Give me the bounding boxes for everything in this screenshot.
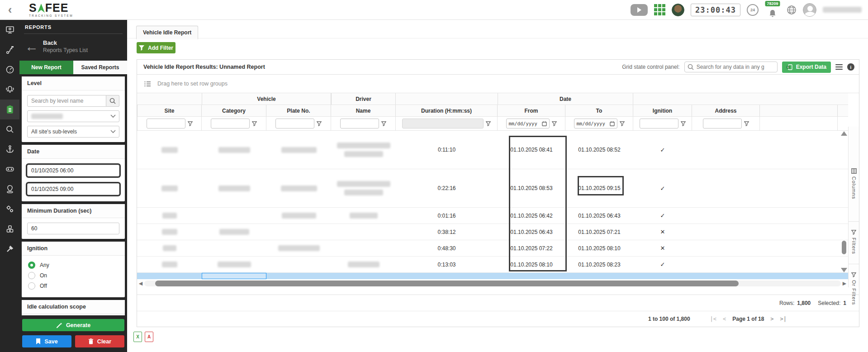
filter-date-from[interactable]: mm/dd/yyyy bbox=[506, 119, 550, 128]
cell-to: 01.10.2025 08:10 bbox=[565, 240, 633, 256]
export-pdf-icon[interactable]: A bbox=[145, 332, 153, 342]
column-header-to[interactable]: To bbox=[565, 105, 633, 116]
vertical-scrollbar[interactable] bbox=[841, 131, 847, 274]
column-header-category[interactable]: Category bbox=[202, 105, 266, 116]
notifications-bell[interactable]: 78209 bbox=[765, 2, 780, 18]
filter-input-category[interactable] bbox=[211, 119, 250, 128]
column-filter-icon[interactable] bbox=[317, 121, 322, 126]
anchor-icon bbox=[5, 145, 14, 154]
clear-button[interactable]: Clear bbox=[75, 335, 124, 347]
rail-item-reports[interactable] bbox=[0, 100, 19, 119]
hscroll-thumb[interactable] bbox=[155, 281, 739, 286]
ignition-off-cross-icon: ✕ bbox=[633, 224, 692, 240]
column-header-plate-no[interactable]: Plate No. bbox=[266, 105, 331, 116]
last-page-button[interactable]: >| bbox=[780, 316, 787, 322]
rail-item-anchor[interactable] bbox=[0, 139, 19, 159]
column-filter-icon[interactable] bbox=[381, 121, 386, 126]
sublevel-dropdown[interactable]: All site's sub-levels bbox=[27, 126, 119, 138]
rail-item-maintenance[interactable] bbox=[0, 239, 19, 259]
rail-item-dashboard[interactable] bbox=[0, 60, 19, 80]
table-row[interactable]: 0:48:3001.10.2025 07:2201.10.2025 08:10✕ bbox=[137, 240, 848, 257]
filter-input-name[interactable] bbox=[340, 119, 379, 128]
rail-item-search[interactable] bbox=[0, 119, 19, 139]
level-search-input[interactable] bbox=[27, 95, 106, 107]
filter-input-site[interactable] bbox=[147, 119, 185, 128]
rail-item-locations[interactable] bbox=[0, 179, 19, 199]
tab-vehicle-idle-report[interactable]: Vehicle Idle Report bbox=[136, 26, 198, 39]
column-header-from[interactable]: From bbox=[498, 105, 565, 116]
next-page-button[interactable]: > bbox=[770, 316, 773, 322]
scroll-up-arrow[interactable] bbox=[841, 131, 847, 136]
export-excel-icon[interactable]: X bbox=[133, 332, 142, 342]
profile-photo-avatar[interactable] bbox=[672, 4, 684, 16]
side-tab-or-filters[interactable]: Or Filters bbox=[849, 270, 859, 313]
column-header-site[interactable]: Site bbox=[137, 105, 202, 116]
column-filter-icon[interactable] bbox=[744, 121, 749, 126]
date-to-input[interactable] bbox=[27, 183, 119, 195]
rail-item-driving-behavior[interactable] bbox=[0, 159, 19, 179]
vscroll-thumb[interactable] bbox=[842, 241, 846, 254]
first-page-button[interactable]: |< bbox=[710, 316, 716, 322]
ignition-option-off[interactable]: Off bbox=[28, 282, 119, 290]
selected-row-partial[interactable] bbox=[137, 273, 848, 279]
rail-item-alerts[interactable] bbox=[0, 80, 19, 100]
add-filter-button[interactable]: Add Filter bbox=[137, 42, 175, 53]
tab-saved-reports[interactable]: Saved Reports bbox=[73, 61, 127, 74]
rail-item-monitoring[interactable] bbox=[0, 20, 19, 40]
ignition-option-any[interactable]: Any bbox=[28, 262, 119, 269]
export-data-button[interactable]: x Export Data bbox=[782, 62, 831, 73]
column-header-duration-h-mm-ss[interactable]: Duration (H:mm:ss) bbox=[396, 105, 498, 116]
site-dropdown[interactable] bbox=[27, 110, 119, 122]
back-chevron-icon[interactable]: ‹ bbox=[0, 3, 20, 17]
globe-icon[interactable] bbox=[787, 5, 797, 15]
generate-button[interactable]: Generate bbox=[22, 319, 124, 331]
table-row[interactable]: 0:38:1201.10.2025 06:4301.10.2025 07:21✕ bbox=[137, 224, 848, 240]
level-search-button[interactable] bbox=[106, 95, 119, 107]
scroll-down-arrow[interactable] bbox=[841, 268, 847, 272]
horizontal-scrollbar[interactable]: ◀▶ bbox=[137, 279, 848, 287]
date-from-input[interactable] bbox=[27, 165, 119, 176]
ignition-option-on[interactable]: On bbox=[28, 272, 119, 279]
support-24h-icon[interactable]: 24 bbox=[747, 4, 759, 16]
hscroll-track[interactable] bbox=[144, 281, 841, 286]
column-filter-icon[interactable] bbox=[486, 121, 491, 126]
calendar-icon[interactable] bbox=[542, 121, 547, 126]
rail-item-routes[interactable] bbox=[0, 40, 19, 60]
rail-item-assets[interactable] bbox=[0, 219, 19, 239]
filter-input-plate[interactable] bbox=[275, 119, 314, 128]
grid-filter-row: mm/dd/yyyymm/dd/yyyy bbox=[137, 117, 848, 131]
prev-page-button[interactable]: < bbox=[723, 316, 726, 322]
column-filter-icon[interactable] bbox=[620, 121, 625, 126]
table-row[interactable]: 0:11:1001.10.2025 08:4101.10.2025 08:52✓ bbox=[137, 131, 848, 169]
side-tab-columns[interactable]: Columns bbox=[849, 166, 859, 222]
menu-hamburger-icon[interactable] bbox=[835, 63, 843, 71]
column-filter-icon[interactable] bbox=[552, 121, 557, 126]
min-duration-input[interactable] bbox=[27, 223, 119, 234]
apps-grid-icon[interactable] bbox=[654, 4, 665, 15]
user-avatar[interactable] bbox=[803, 3, 816, 17]
row-group-dropzone[interactable]: Drag here to set row groups bbox=[137, 75, 859, 93]
column-filter-icon[interactable] bbox=[188, 121, 193, 126]
filter-input-address[interactable] bbox=[703, 119, 742, 128]
save-button[interactable]: Save bbox=[22, 335, 71, 347]
scroll-left-arrow[interactable]: ◀ bbox=[137, 280, 144, 287]
table-row[interactable]: 0:13:0301.10.2025 08:1001.10.2025 08:23✓ bbox=[137, 257, 848, 273]
tab-new-report[interactable]: New Report bbox=[19, 61, 73, 74]
back-to-report-types[interactable]: ← Back Reports Types List bbox=[19, 34, 127, 59]
table-row[interactable]: 0:01:1601.10.2025 06:4201.10.2025 06:43✓ bbox=[137, 208, 848, 224]
grid-search-input[interactable] bbox=[684, 62, 778, 72]
column-header-name[interactable]: Name bbox=[331, 105, 396, 116]
column-header-address[interactable]: Address bbox=[692, 105, 760, 116]
filter-input-ignition[interactable] bbox=[640, 119, 678, 128]
calendar-icon[interactable] bbox=[610, 121, 615, 126]
video-tutorials-button[interactable] bbox=[631, 4, 648, 16]
rail-item-settings[interactable] bbox=[0, 199, 19, 219]
column-filter-icon[interactable] bbox=[681, 121, 686, 126]
scroll-right-arrow[interactable]: ▶ bbox=[841, 280, 848, 287]
info-icon[interactable]: i bbox=[847, 63, 854, 71]
column-filter-icon[interactable] bbox=[252, 121, 257, 126]
column-header-ignition[interactable]: Ignition bbox=[633, 105, 692, 116]
filter-date-to[interactable]: mm/dd/yyyy bbox=[574, 119, 617, 128]
side-tab-filters[interactable]: Filters bbox=[849, 227, 859, 264]
table-row[interactable]: 0:22:1601.10.2025 08:5301.10.2025 09:15✓ bbox=[137, 169, 848, 208]
